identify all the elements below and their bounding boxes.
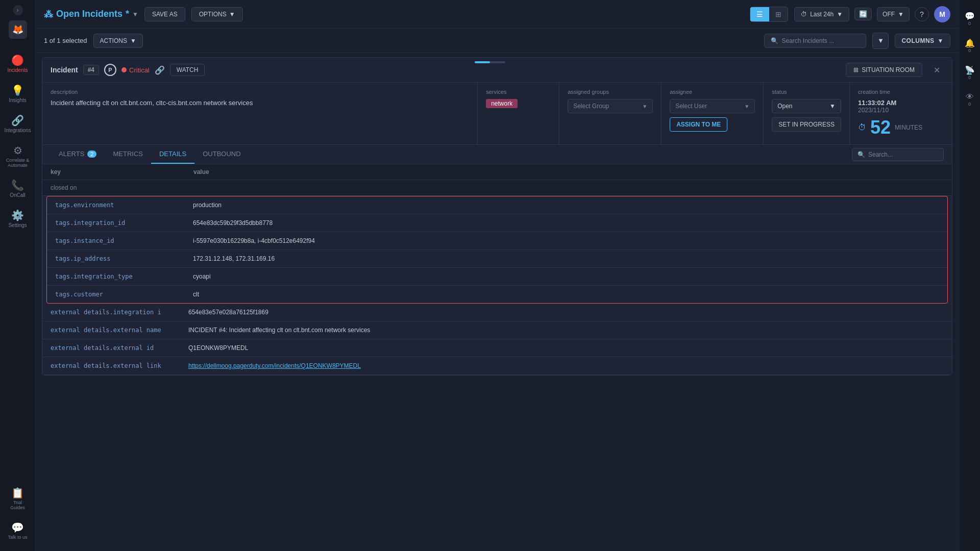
close-button[interactable]: ✕	[929, 63, 944, 77]
table-row: tags.integration_id 654e83dc59b29f3d5dbb…	[47, 214, 947, 232]
insights-icon: 💡	[11, 84, 24, 96]
value-column-header: value	[193, 168, 944, 176]
sidebar-item-label: Correlate &Automate	[6, 158, 30, 168]
broadcast-count: 0	[968, 75, 971, 80]
time-selector[interactable]: ⏱ Last 24h ▼	[794, 7, 849, 21]
topbar-right: ⏱ Last 24h ▼ 🔄 OFF ▼ ? M	[794, 6, 950, 22]
description-text: Incident affecting clt on clt.bnt.com, c…	[51, 99, 469, 107]
table-row: external details.external name INCIDENT …	[42, 321, 952, 339]
status-label: status	[772, 89, 841, 95]
content-area: Incident #4 P Critical 🔗 WATCH ⊞ SITUATI…	[36, 53, 959, 551]
user-avatar[interactable]: M	[934, 6, 950, 22]
page-title: ⁂ Open Incidents* ▼	[44, 9, 138, 20]
highlighted-rows-group: tags.environment production tags.integra…	[46, 196, 948, 304]
sidebar-item-label: OnCall	[10, 192, 26, 198]
critical-dot	[121, 67, 127, 72]
broadcast-icon: 📡	[965, 65, 975, 75]
asterisk: *	[126, 9, 129, 19]
situation-room-button[interactable]: ⊞ SITUATION ROOM	[846, 63, 922, 77]
tab-alerts[interactable]: ALERTS 2	[51, 145, 105, 164]
minutes-clock-icon: ⏱	[858, 123, 866, 132]
detail-search-input[interactable]: 🔍 Search...	[852, 148, 944, 161]
table-row: tags.instance_id i-5597e030b16229b8a, i-…	[47, 232, 947, 250]
sidebar-item-insights[interactable]: 💡 Insights	[3, 79, 33, 108]
trial-guides-icon: 📋	[11, 487, 24, 499]
row-value-link[interactable]: https://dellmoog.pagerduty.com/incidents…	[188, 362, 944, 369]
actions-button[interactable]: ACTIONS ▼	[93, 34, 143, 48]
table-row: tags.customer clt	[47, 286, 947, 303]
filter-button[interactable]: ▼	[872, 33, 889, 49]
right-panel: 💬 0 🔔 0 📡 0 👁 0	[959, 0, 980, 551]
columns-button[interactable]: COLUMNS ▼	[895, 34, 950, 48]
time-label: Last 24h	[810, 11, 834, 18]
tab-details[interactable]: DETAILS	[151, 145, 194, 164]
off-selector[interactable]: OFF ▼	[877, 7, 910, 21]
row-value: 654e83e57e028a76125f1869	[188, 309, 944, 316]
save-as-button[interactable]: SAVE AS	[144, 7, 185, 21]
assigned-groups-section: assigned groups Select Group ▼	[559, 83, 662, 144]
table-row: external details.integration i 654e83e57…	[42, 304, 952, 321]
row-value: 172.31.12.148, 172.31.169.16	[193, 255, 939, 262]
refresh-button[interactable]: 🔄	[854, 8, 872, 20]
services-label: services	[486, 89, 551, 95]
tab-metrics[interactable]: METRICS	[105, 145, 151, 164]
grid-view-button[interactable]: ⊞	[769, 7, 788, 21]
tab-outbound[interactable]: OUTBOUND	[194, 145, 249, 164]
row-key: tags.customer	[55, 291, 193, 298]
link-icon[interactable]: 🔗	[155, 65, 165, 75]
row-key: tags.instance_id	[55, 237, 193, 244]
alerts-badge: 2	[87, 151, 96, 158]
watch-panel-button[interactable]: 👁 0	[963, 86, 976, 113]
sidebar-item-label: Integrations	[4, 128, 31, 133]
select-group-dropdown[interactable]: Select Group ▼	[568, 99, 653, 113]
table-row: tags.ip_address 172.31.12.148, 172.31.16…	[47, 250, 947, 268]
notifications-count: 0	[968, 48, 971, 53]
sidebar: › 🦊 🔴 Incidents 💡 Insights 🔗 Integration…	[0, 0, 36, 551]
title-text: Open Incidents	[56, 9, 122, 19]
situation-room-label: SITUATION ROOM	[862, 66, 915, 73]
sidebar-item-incidents[interactable]: 🔴 Incidents	[3, 49, 33, 78]
assign-to-me-button[interactable]: ASSIGN TO ME	[670, 117, 727, 132]
priority-badge: P	[104, 64, 116, 76]
sidebar-item-settings[interactable]: ⚙️ Settings	[3, 204, 33, 233]
options-label: OPTIONS	[199, 11, 227, 18]
sidebar-item-correlate[interactable]: ⚙ Correlate &Automate	[3, 139, 33, 173]
list-view-button[interactable]: ☰	[750, 7, 769, 21]
creation-time-section: creation time 11:33:02 AM 2023/11/10 ⏱ 5…	[850, 83, 952, 144]
sidebar-item-integrations[interactable]: 🔗 Integrations	[3, 109, 33, 138]
tab-alerts-label: ALERTS	[59, 150, 84, 158]
search-incidents-input[interactable]: 🔍 Search Incidents ...	[764, 34, 866, 48]
broadcast-button[interactable]: 📡 0	[962, 59, 977, 86]
settings-icon: ⚙️	[11, 209, 24, 221]
minutes-number: 52	[870, 117, 891, 138]
table-header: key value	[42, 164, 952, 180]
columns-chevron-icon: ▼	[938, 37, 944, 44]
chat-count: 0	[968, 21, 971, 26]
sidebar-item-trial-guides[interactable]: 📋 Trial Guides	[3, 482, 33, 515]
select-user-dropdown[interactable]: Select User ▼	[670, 99, 755, 113]
help-button[interactable]: ?	[915, 7, 929, 21]
chat-button[interactable]: 💬 0	[962, 5, 977, 32]
tab-outbound-label: OUTBOUND	[203, 150, 240, 158]
sidebar-expand-button[interactable]: ›	[13, 5, 23, 15]
set-in-progress-button[interactable]: SET IN PROGRESS	[772, 117, 841, 132]
status-dropdown[interactable]: Open ▼	[772, 99, 841, 113]
row-value: production	[193, 202, 939, 209]
search-icon: 🔍	[771, 37, 778, 44]
creation-time-value: 11:33:02 AM	[858, 99, 944, 107]
notifications-icon: 🔔	[965, 38, 975, 48]
actions-label: ACTIONS	[100, 37, 127, 44]
sidebar-item-talk[interactable]: 💬 Talk to us	[3, 516, 33, 545]
description-section: description Incident affecting clt on cl…	[42, 83, 478, 144]
select-user-arrow: ▼	[744, 104, 749, 109]
sidebar-item-oncall[interactable]: 📞 OnCall	[3, 174, 33, 203]
watch-button[interactable]: WATCH	[170, 64, 205, 76]
title-chevron: ▼	[132, 11, 138, 18]
incident-label: Incident	[51, 66, 78, 74]
row-value: i-5597e030b16229b8a, i-4cbf0c512e6492f94	[193, 237, 939, 244]
options-button[interactable]: OPTIONS ▼	[191, 7, 243, 21]
description-label: description	[51, 89, 469, 95]
row-key: tags.environment	[55, 202, 193, 209]
notifications-button[interactable]: 🔔 0	[962, 32, 977, 59]
search-placeholder: Search Incidents ...	[781, 37, 834, 44]
